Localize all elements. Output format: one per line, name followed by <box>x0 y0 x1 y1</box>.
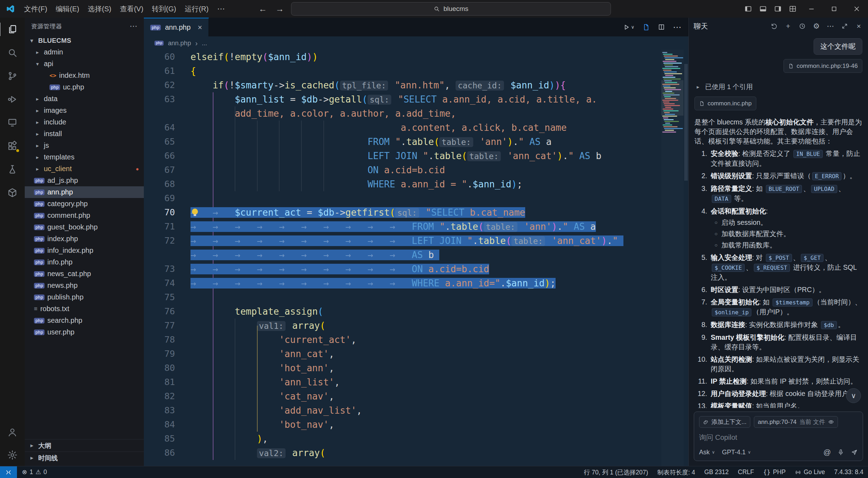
mode-dropdown[interactable]: Ask∨ <box>699 449 715 456</box>
run-button[interactable]: ∨ <box>622 23 634 31</box>
tab-close-icon[interactable]: × <box>198 23 202 32</box>
remote-indicator[interactable] <box>0 466 17 478</box>
code-line[interactable]: 62 if(!$smarty->is_cached(tpl_file: "ann… <box>144 78 661 92</box>
code-line[interactable]: 72→→→→→→→→→→LEFT JOIN ".table(table: 'an… <box>144 234 661 248</box>
open-changes-icon[interactable] <box>642 23 650 31</box>
status-item[interactable]: 行 70, 列 1 (已选择207) <box>579 466 653 478</box>
activity-explorer-icon[interactable] <box>0 23 24 36</box>
menu-item[interactable]: 文件(F) <box>20 2 52 16</box>
code-line[interactable]: 67 ON a.cid=b.cid <box>144 163 661 177</box>
activity-source-control-icon[interactable] <box>0 69 25 83</box>
mic-icon[interactable] <box>837 449 844 456</box>
line-number[interactable]: 62 <box>144 78 190 92</box>
send-icon[interactable] <box>851 449 858 456</box>
line-number[interactable]: 60 <box>144 50 190 64</box>
tab-ann-php[interactable]: php ann.php × <box>144 18 209 36</box>
chat-input[interactable]: 询问 Copilot <box>699 433 858 442</box>
folder-admin[interactable]: ▸admin <box>25 46 144 58</box>
layout-grid-icon[interactable] <box>785 0 800 18</box>
folder-data[interactable]: ▸data <box>25 93 144 105</box>
file-info_index.php[interactable]: phpinfo_index.php <box>25 245 144 256</box>
line-number[interactable]: 66 <box>144 149 190 163</box>
file-robots.txt[interactable]: ≡robots.txt <box>25 303 144 315</box>
history-icon[interactable] <box>798 22 807 30</box>
line-number[interactable] <box>144 248 190 262</box>
code-editor[interactable]: 60elseif(!empty($ann_id))61{62 if(!$smar… <box>144 50 688 466</box>
breadcrumb-item[interactable]: ann.php <box>168 40 191 47</box>
undo-icon[interactable] <box>770 22 778 30</box>
line-number[interactable]: 74 <box>144 276 190 290</box>
line-number[interactable]: 68 <box>144 177 190 191</box>
status-item[interactable]: 7.4.33: 8.4 <box>829 466 868 478</box>
chat-input-box[interactable]: 添加上下文... ann.php:70-74 当前 文件 询问 Copilot … <box>694 412 863 461</box>
close-icon[interactable]: × <box>855 22 863 30</box>
status-item[interactable]: {}PHP <box>759 466 790 478</box>
new-chat-icon[interactable]: + <box>784 22 792 30</box>
menu-item[interactable]: 编辑(E) <box>52 2 84 16</box>
add-context-chip[interactable]: 添加上下文... <box>699 416 750 428</box>
line-number[interactable]: 83 <box>144 403 190 418</box>
line-number[interactable]: 72 <box>144 234 190 248</box>
line-number[interactable]: 78 <box>144 333 190 347</box>
file-index.htm[interactable]: <>index.htm <box>25 70 144 81</box>
code-line[interactable]: 69 <box>144 191 661 205</box>
file-news_cat.php[interactable]: phpnews_cat.php <box>25 268 144 280</box>
code-line[interactable]: 75 <box>144 290 661 304</box>
line-number[interactable]: 84 <box>144 418 190 432</box>
activity-remote-explorer-icon[interactable] <box>0 116 25 129</box>
code-line[interactable]: 76 template_assign( <box>144 304 661 319</box>
sidebar-section-大纲[interactable]: ▸大纲 <box>25 439 144 451</box>
folder-root[interactable]: ▾BLUECMS <box>25 35 144 46</box>
code-line[interactable]: →→→→→→→→→→AS b <box>144 248 661 262</box>
breadcrumb[interactable]: php ann.php › ... <box>144 36 688 50</box>
expand-icon[interactable] <box>840 22 849 30</box>
close-button[interactable] <box>845 0 868 18</box>
editor-more-icon[interactable]: ⋯ <box>673 22 681 32</box>
nav-forward-icon[interactable]: → <box>274 4 286 14</box>
code-line[interactable]: 70→→$current_act = $db->getfirst(sql: "S… <box>144 205 661 220</box>
command-center-search[interactable]: bluecms <box>291 2 611 16</box>
code-line[interactable]: 71→→→→→→→→→→FROM ".table(table: 'ann')."… <box>144 220 661 234</box>
line-number[interactable]: 69 <box>144 191 190 205</box>
menubar-overflow-icon[interactable]: ⋯ <box>214 2 228 15</box>
code-line[interactable]: 61{ <box>144 64 661 78</box>
activity-settings-icon[interactable] <box>0 448 25 462</box>
code-line[interactable]: 74→→→→→→→→→→WHERE a.ann_id=".$ann_id); <box>144 276 661 290</box>
mention-icon[interactable]: @ <box>823 448 831 456</box>
file-publish.php[interactable]: phppublish.php <box>25 291 144 303</box>
settings-icon[interactable]: ⚙ <box>812 22 821 30</box>
code-line[interactable]: 86 val2: array( <box>144 446 661 460</box>
line-number[interactable]: 71 <box>144 220 190 234</box>
status-item[interactable]: Go Live <box>790 466 829 478</box>
code-line[interactable]: 81 'ann_list', <box>144 375 661 389</box>
activity-search-icon[interactable] <box>0 46 25 59</box>
line-number[interactable]: 80 <box>144 361 190 375</box>
reference-file-chip[interactable]: common.inc.php <box>694 97 756 110</box>
current-file-chip[interactable]: ann.php:70-74 当前 文件 <box>754 416 838 428</box>
breadcrumb-item[interactable]: ... <box>202 40 207 47</box>
file-index.php[interactable]: phpindex.php <box>25 233 144 245</box>
activity-package-icon[interactable] <box>0 186 25 199</box>
file-uc.php[interactable]: phpuc.php <box>25 81 144 93</box>
file-user.php[interactable]: phpuser.php <box>25 326 144 338</box>
code-line[interactable]: 83 'add_nav_list', <box>144 403 661 418</box>
line-number[interactable]: 76 <box>144 304 190 319</box>
chat-conversation[interactable]: 这个文件呢 common.inc.php:19-46 ▸ 已使用 1 个引用 c… <box>689 35 868 408</box>
folder-images[interactable]: ▸images <box>25 105 144 116</box>
menu-item[interactable]: 查看(V) <box>116 2 148 16</box>
line-number[interactable]: 61 <box>144 64 190 78</box>
problems-indicator[interactable]: ⊗ 1 ⚠ 0 <box>17 468 52 476</box>
line-number[interactable]: 77 <box>144 319 190 333</box>
code-line[interactable]: 79 'ann_cat', <box>144 347 661 361</box>
model-dropdown[interactable]: GPT-4.1∨ <box>722 449 751 456</box>
line-number[interactable]: 63 <box>144 92 190 106</box>
line-number[interactable]: 75 <box>144 290 190 304</box>
line-number[interactable]: 79 <box>144 347 190 361</box>
file-search.php[interactable]: phpsearch.php <box>25 315 144 326</box>
menu-item[interactable]: 转到(G) <box>148 2 181 16</box>
line-number[interactable]: 64 <box>144 121 190 135</box>
user-reference-chip[interactable]: common.inc.php:19-46 <box>784 59 862 73</box>
status-item[interactable]: GB 2312 <box>700 466 733 478</box>
scroll-down-button[interactable]: ∨ <box>846 388 861 403</box>
code-line[interactable]: 84 'bot_nav', <box>144 418 661 432</box>
